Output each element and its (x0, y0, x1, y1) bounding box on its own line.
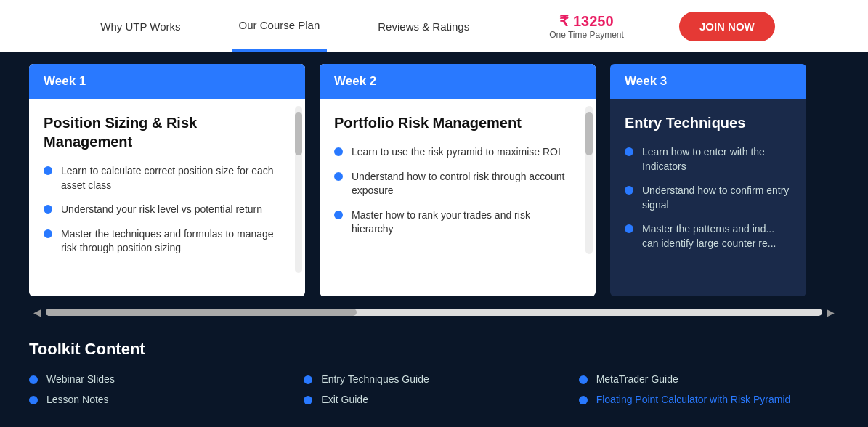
week1-title: Position Sizing & Risk Management (44, 113, 282, 151)
price-label: One Time Payment (549, 30, 624, 40)
bullet-icon (625, 147, 633, 156)
scroll-left-arrow[interactable]: ◀ (29, 306, 46, 318)
toolkit-item-0: Webinar Slides (29, 373, 289, 385)
bullet-icon (625, 186, 633, 195)
week3-title: Entry Techniques (625, 113, 792, 132)
bullet-icon (334, 147, 343, 156)
bullet-icon (44, 229, 52, 238)
toolkit-grid: Webinar Slides Entry Techniques Guide Me… (29, 373, 839, 405)
toolkit-item-5: Floating Point Calculator with Risk Pyra… (579, 394, 839, 405)
list-item: Master the techniques and formulas to ma… (44, 227, 282, 256)
bullet-icon (579, 375, 588, 384)
list-item: Understand how to confirm entry signal (625, 184, 792, 212)
week2-bullets: Learn to use the risk pyramid to maximis… (334, 145, 572, 237)
week3-header: Week 3 (610, 64, 806, 99)
toolkit-item-1: Entry Techniques Guide (304, 373, 564, 385)
scrollbar-thumb[interactable] (46, 309, 357, 316)
list-item: Learn to calculate correct position size… (44, 164, 282, 192)
nav-course-plan[interactable]: Our Course Plan (232, 1, 328, 52)
week1-bullets: Learn to calculate correct position size… (44, 164, 282, 256)
scrollbar-track[interactable] (46, 309, 822, 316)
toolkit-title: Toolkit Content (29, 340, 839, 359)
list-item: Understand your risk level vs potential … (44, 203, 282, 217)
list-item: Master how to rank your trades and risk … (334, 208, 572, 237)
week1-card: Week 1 Position Sizing & Risk Management… (29, 64, 305, 296)
nav-why-utp[interactable]: Why UTP Works (93, 3, 187, 50)
list-item: Learn how to enter with the Indicators (625, 145, 792, 174)
price-amount: ₹ 13250 (559, 12, 613, 30)
week2-header: Week 2 (320, 64, 596, 99)
navigation: Why UTP Works Our Course Plan Reviews & … (0, 0, 868, 52)
bullet-icon (625, 224, 633, 233)
toolkit-section: Toolkit Content Webinar Slides Entry Tec… (0, 325, 868, 420)
bullet-icon (29, 396, 38, 404)
toolkit-item-2: MetaTrader Guide (579, 373, 839, 385)
bullet-icon (44, 205, 52, 214)
toolkit-item-3: Lesson Notes (29, 394, 289, 405)
bullet-icon (304, 396, 312, 404)
list-item: Understand how to control risk through a… (334, 170, 572, 198)
bullet-icon (579, 396, 588, 404)
bullet-icon (44, 166, 52, 175)
week1-header: Week 1 (29, 64, 305, 99)
bullet-icon (334, 211, 343, 219)
bullet-icon (334, 172, 343, 181)
toolkit-item-4: Exit Guide (304, 394, 564, 405)
join-now-button[interactable]: JOIN NOW (679, 12, 775, 41)
week2-title: Portfolio Risk Management (334, 113, 572, 132)
week-cards-container: Week 1 Position Sizing & Risk Management… (0, 52, 868, 304)
list-item: Learn to use the risk pyramid to maximis… (334, 145, 572, 160)
week3-bullets: Learn how to enter with the Indicators U… (625, 145, 792, 251)
nav-reviews[interactable]: Reviews & Ratings (370, 3, 476, 50)
week3-card: Week 3 Entry Techniques Learn how to ent… (610, 64, 806, 296)
scroll-right-arrow[interactable]: ▶ (822, 306, 839, 318)
bullet-icon (304, 375, 312, 384)
list-item: Master the patterns and ind... can ident… (625, 222, 792, 251)
price-display: ₹ 13250 One Time Payment (549, 12, 624, 40)
horizontal-scrollbar[interactable]: ◀ ▶ (0, 304, 868, 325)
week2-card: Week 2 Portfolio Risk Management Learn t… (320, 64, 596, 296)
bullet-icon (29, 375, 38, 384)
